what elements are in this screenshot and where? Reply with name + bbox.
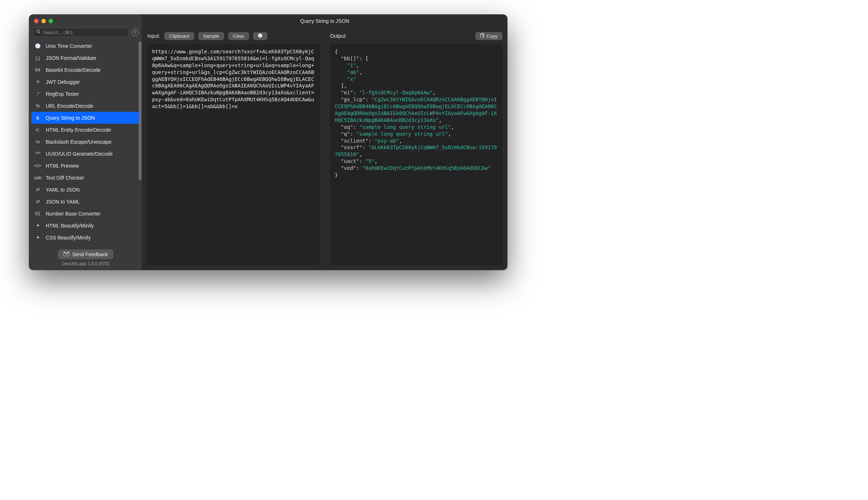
app-window: 🕘Unix Time Converter{,}JSON Format/Valid… — [29, 15, 507, 270]
svg-rect-1 — [480, 34, 483, 37]
sidebar-item-0[interactable]: 🕘Unix Time Converter — [29, 40, 142, 52]
copy-label: Copy — [487, 33, 498, 39]
output-label: Output: — [330, 33, 347, 39]
sidebar-scrollbar-thumb[interactable] — [139, 41, 142, 180]
sidebar-item-label: URL Encode/Decode — [46, 103, 93, 109]
sidebar-item-label: HTML Beautify/Minify — [46, 223, 94, 229]
binary-icon: 01 — [34, 210, 41, 217]
input-label: Input: — [147, 33, 160, 39]
sidebar-item-label: HTML Preview — [46, 163, 79, 169]
swap-icon: ⇄ — [34, 186, 41, 193]
sidebar-item-label: Query String to JSON — [46, 115, 95, 121]
clipboard-button[interactable]: Clipboard — [164, 32, 194, 40]
sidebar-item-6[interactable]: &Query String to JSON — [31, 112, 140, 124]
version-label: DevUtils.app 1.9.0 (67D) — [29, 261, 142, 266]
main-pane: Query String to JSON Input: Clipboard Sa… — [142, 15, 507, 270]
sidebar-item-label: JSON to YAML — [46, 199, 80, 205]
tool-list: 🕘Unix Time Converter{,}JSON Format/Valid… — [29, 40, 142, 247]
sidebar-item-label: CSS Beautify/Minify — [46, 235, 91, 241]
output-pane: Output: Copy { "bb[]": [ "1", "ab", "x" … — [325, 28, 508, 270]
sidebar: 🕘Unix Time Converter{,}JSON Format/Valid… — [29, 15, 142, 270]
sidebar-item-label: YAML to JSON — [46, 187, 79, 193]
sidebar-item-label: Backslash Escape/Unescape — [46, 139, 111, 145]
filter-icon — [133, 29, 137, 36]
wand-icon: ✦ — [34, 234, 41, 241]
sidebar-item-label: HTML Entity Encode/Decode — [46, 127, 111, 133]
swap-icon: ⇄ — [34, 198, 41, 205]
mail-icon — [64, 251, 69, 257]
window-maximize-button[interactable] — [49, 19, 53, 23]
ampersand-icon: & — [34, 114, 41, 122]
uuid-icon: ᵁᴵᴰ — [34, 150, 41, 157]
sidebar-item-16[interactable]: ✦CSS Beautify/Minify — [29, 231, 142, 243]
sidebar-scrollbar[interactable] — [139, 41, 142, 245]
sidebar-item-11[interactable]: ±abText Diff Checker — [29, 172, 142, 184]
sidebar-item-4[interactable]: .*RegExp Tester — [29, 88, 142, 100]
window-close-button[interactable] — [34, 19, 38, 23]
sidebar-item-12[interactable]: ⇄YAML to JSON — [29, 184, 142, 196]
braces-icon: {,} — [34, 54, 41, 62]
page-title: Query String to JSON — [142, 15, 507, 28]
sidebar-item-label: JSON Format/Validate — [46, 55, 96, 61]
clock-icon: 🕘 — [34, 42, 41, 50]
sidebar-item-label: JWT Debugger — [46, 79, 80, 85]
hash-icon: #; — [34, 126, 41, 134]
clear-button[interactable]: Clear — [228, 32, 249, 40]
sidebar-item-10[interactable]: </>HTML Preview — [29, 160, 142, 172]
settings-button[interactable] — [253, 32, 267, 40]
regex-icon: .* — [34, 90, 41, 98]
percent-icon: % — [34, 102, 41, 110]
sidebar-item-13[interactable]: ⇄JSON to YAML — [29, 196, 142, 208]
sidebar-filter-button[interactable] — [131, 29, 139, 36]
sidebar-item-label: Unix Time Converter — [46, 43, 92, 49]
window-minimize-button[interactable] — [41, 19, 46, 23]
gear-icon — [258, 33, 262, 39]
output-textarea[interactable]: { "bb[]": [ "1", "ab", "x" ], "ei": "l-f… — [330, 44, 503, 265]
diff-icon: ±ab — [34, 174, 41, 181]
sidebar-item-label: Number Base Converter — [46, 211, 101, 217]
sidebar-item-7[interactable]: #;HTML Entity Encode/Decode — [29, 124, 142, 136]
input-textarea[interactable]: https://www.google.com/search?sxsrf=ALeK… — [147, 44, 320, 265]
sidebar-item-label: RegExp Tester — [46, 91, 79, 97]
sidebar-item-1[interactable]: {,}JSON Format/Validate — [29, 52, 142, 64]
sidebar-item-9[interactable]: ᵁᴵᴰUUID/ULID Generate/Decode — [29, 148, 142, 160]
send-feedback-button[interactable]: Send Feedback — [58, 250, 113, 259]
search-icon — [36, 29, 43, 36]
jwt-icon: ✳︎ — [34, 78, 41, 86]
base64-icon: 64 — [34, 66, 41, 74]
sidebar-item-3[interactable]: ✳︎JWT Debugger — [29, 76, 142, 88]
titlebar — [29, 15, 142, 28]
sidebar-item-label: UUID/ULID Generate/Decode — [46, 151, 112, 157]
backslash-icon: \n — [34, 138, 41, 146]
sidebar-divider — [142, 15, 142, 270]
sample-button[interactable]: Sample — [198, 32, 224, 40]
wand-icon: ✦ — [34, 222, 41, 229]
code-icon: </> — [34, 162, 41, 169]
sidebar-item-5[interactable]: %URL Encode/Decode — [29, 100, 142, 112]
sidebar-item-label: Text Diff Checker — [46, 175, 84, 181]
search-input-wrapper[interactable] — [33, 28, 128, 37]
sidebar-item-2[interactable]: 64Base64 Encode/Decode — [29, 64, 142, 76]
copy-button[interactable]: Copy — [475, 32, 502, 40]
copy-icon — [480, 33, 484, 39]
search-input[interactable] — [43, 30, 125, 35]
sidebar-item-15[interactable]: ✦HTML Beautify/Minify — [29, 220, 142, 231]
sidebar-footer: Send Feedback DevUtils.app 1.9.0 (67D) — [29, 247, 142, 270]
send-feedback-label: Send Feedback — [72, 251, 108, 257]
input-pane: Input: Clipboard Sample Clear https://ww… — [142, 28, 325, 270]
sidebar-item-14[interactable]: 01Number Base Converter — [29, 208, 142, 220]
sidebar-item-label: Base64 Encode/Decode — [46, 67, 101, 73]
sidebar-item-8[interactable]: \nBackslash Escape/Unescape — [29, 136, 142, 148]
